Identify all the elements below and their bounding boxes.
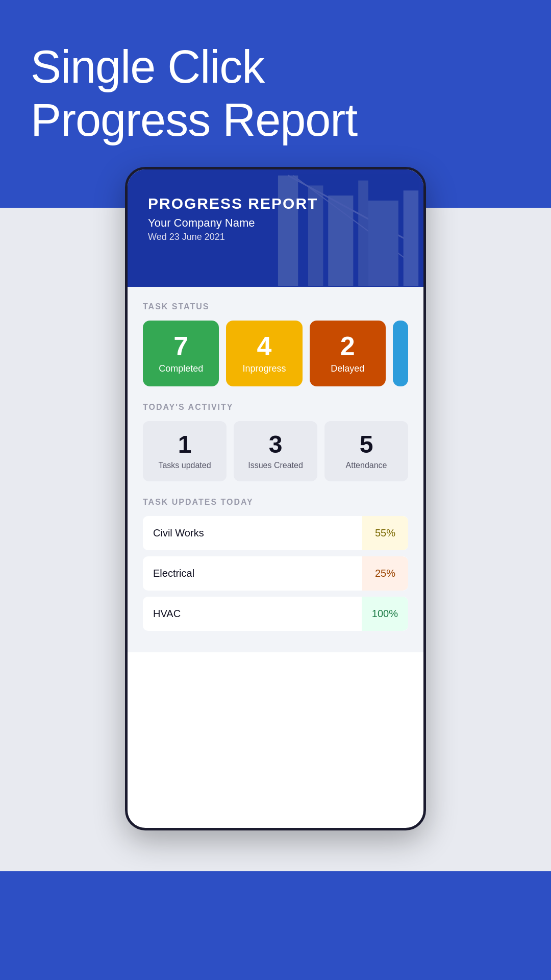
task-updates-section: TASK UPDATES TODAY Civil Works 55% Elect…: [143, 498, 408, 631]
extra-card: [393, 321, 408, 386]
task-status-section: TASK STATUS 7 Completed 4 Inprogress 2 D…: [143, 302, 408, 386]
task-updates-label: TASK UPDATES TODAY: [143, 498, 408, 507]
company-name: Your Company Name: [148, 216, 403, 230]
tasks-updated-number: 1: [151, 432, 218, 457]
attendance-label: Attendance: [333, 461, 400, 470]
completed-number: 7: [151, 333, 211, 359]
completed-card[interactable]: 7 Completed: [143, 321, 219, 386]
activity-cards: 1 Tasks updated 3 Issues Created 5 Atten…: [143, 421, 408, 481]
svg-rect-7: [404, 190, 418, 286]
task-name-electrical: Electrical: [143, 556, 362, 591]
issues-created-number: 3: [242, 432, 309, 457]
tasks-updated-card[interactable]: 1 Tasks updated: [143, 421, 227, 481]
attendance-card[interactable]: 5 Attendance: [324, 421, 408, 481]
completed-label: Completed: [151, 363, 211, 374]
activity-section: TODAY'S ACTIVITY 1 Tasks updated 3 Issue…: [143, 403, 408, 481]
inprogress-number: 4: [234, 333, 294, 359]
task-percent-electrical: 25%: [362, 556, 408, 591]
issues-created-card[interactable]: 3 Issues Created: [234, 421, 317, 481]
task-row-electrical[interactable]: Electrical 25%: [143, 556, 408, 591]
inprogress-card[interactable]: 4 Inprogress: [226, 321, 302, 386]
task-percent-civil: 55%: [362, 516, 408, 550]
hero-title: Single Click Progress Report: [31, 41, 520, 146]
task-percent-hvac: 100%: [362, 597, 408, 631]
attendance-number: 5: [333, 432, 400, 457]
task-name-hvac: HVAC: [143, 597, 362, 631]
tasks-updated-label: Tasks updated: [151, 461, 218, 470]
report-title: PROGRESS REPORT: [148, 195, 403, 212]
inprogress-label: Inprogress: [234, 363, 294, 374]
report-date: Wed 23 June 2021: [148, 232, 403, 242]
report-header: PROGRESS REPORT Your Company Name Wed 23…: [128, 169, 423, 287]
delayed-number: 2: [318, 333, 378, 359]
task-name-civil: Civil Works: [143, 516, 362, 550]
delayed-label: Delayed: [318, 363, 378, 374]
phone-device: PROGRESS REPORT Your Company Name Wed 23…: [125, 167, 426, 830]
phone-body: TASK STATUS 7 Completed 4 Inprogress 2 D…: [128, 287, 423, 652]
activity-label: TODAY'S ACTIVITY: [143, 403, 408, 412]
task-row-hvac[interactable]: HVAC 100%: [143, 597, 408, 631]
task-status-cards: 7 Completed 4 Inprogress 2 Delayed: [143, 321, 408, 386]
task-row-civil[interactable]: Civil Works 55%: [143, 516, 408, 550]
delayed-card[interactable]: 2 Delayed: [310, 321, 386, 386]
phone-wrapper: PROGRESS REPORT Your Company Name Wed 23…: [0, 208, 551, 871]
task-status-label: TASK STATUS: [143, 302, 408, 311]
issues-created-label: Issues Created: [242, 461, 309, 470]
